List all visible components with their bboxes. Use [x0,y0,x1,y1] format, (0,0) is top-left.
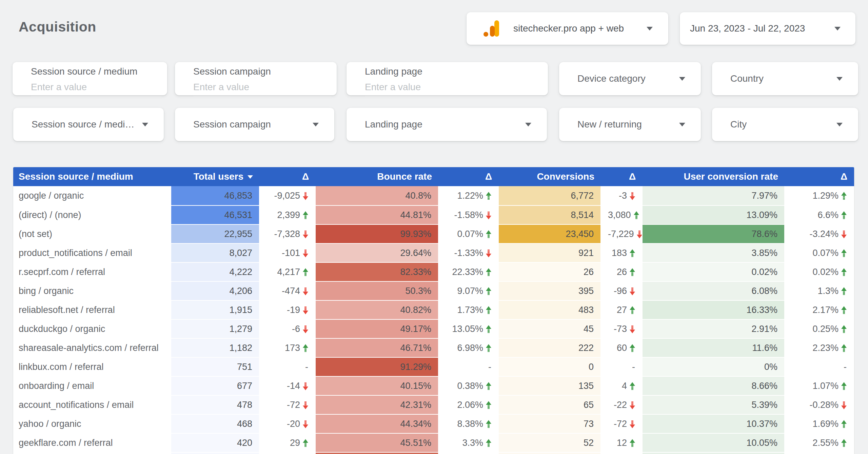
cell-user-conversion-rate: 7.97% [643,186,785,205]
chevron-down-icon [834,27,841,31]
session-campaign-input[interactable] [193,82,331,97]
cell-bounce-rate-delta: 2.06% [439,395,499,414]
cell-conversions: 6,772 [499,186,601,205]
cell-conversions: 65 [499,395,601,414]
landing-page-dropdown[interactable]: Landing page [347,108,547,141]
city-dropdown[interactable]: City [712,108,858,141]
delta-down-icon [303,249,308,258]
dropdown-label: Country [730,73,764,84]
cell-bounce-rate-delta: 3.3% [439,433,499,452]
session-campaign-dropdown[interactable]: Session campaign [175,108,334,141]
cell-user-conversion-rate: 2.91% [643,319,785,338]
date-range-selector[interactable]: Jun 23, 2023 - Jul 22, 2023 [680,12,855,45]
delta-up-icon [486,382,491,391]
header-total-users-delta[interactable]: Δ [260,167,316,186]
cell-bounce-rate-delta: 0.38% [439,376,499,395]
table-row: google / organic46,853-9,02540.8%1.22%6,… [13,186,854,205]
delta-down-icon [630,192,635,200]
cell-total-users-delta: 29 [260,433,316,452]
cell-bounce-rate: 50.3% [316,281,439,300]
delta-up-icon [486,325,491,334]
country-dropdown[interactable]: Country [712,62,858,95]
cell-user-conversion-rate-delta: 1.3% [785,281,854,300]
delta-up-icon [841,192,847,200]
header-session-source-medium[interactable]: Session source / medium [13,167,171,186]
chevron-down-icon [647,27,653,31]
session-source-medium-input[interactable] [31,82,162,97]
cell-conversions-delta: -96 [601,281,643,300]
cell-bounce-rate: 99.93% [316,224,439,243]
cell-bounce-rate: 91.29% [316,357,439,376]
cell-user-conversion-rate: 13.09% [643,205,785,224]
cell-conversions-delta: -3 [601,186,643,205]
header-user-conversion-rate-delta[interactable]: Δ [785,167,854,186]
cell-conversions: 26 [499,262,601,281]
header-conversions[interactable]: Conversions [499,167,601,186]
cell-conversions: 73 [499,414,601,433]
sort-desc-icon [248,175,253,179]
filter-label: Session campaign [193,66,331,77]
header-bounce-rate[interactable]: Bounce rate [316,167,439,186]
delta-up-icon [841,306,847,315]
filter-label: Session source / medium [31,66,162,77]
table-row: bing / organic4,206-47450.3%9.07%395-966… [13,281,854,300]
cell-session-source-medium: yahoo / organic [13,414,171,433]
delta-down-icon [841,230,847,239]
header-bounce-rate-delta[interactable]: Δ [439,167,499,186]
table-row: shareasale-analytics.com / referral1,182… [13,338,854,357]
cell-user-conversion-rate-delta: 0.07% [785,243,854,262]
cell-bounce-rate-delta: 1.73% [439,300,499,319]
cell-user-conversion-rate-delta: 0.25% [785,319,854,338]
table-row: account_notifications / email478-7242.31… [13,395,854,414]
table-row: r.secprf.com / referral4,2224,21782.33%2… [13,262,854,281]
date-range-label: Jun 23, 2023 - Jul 22, 2023 [690,23,805,34]
cell-session-source-medium: onboarding / email [13,376,171,395]
cell-conversions [499,452,601,454]
cell-user-conversion-rate-delta: -0.28% [785,395,854,414]
delta-up-icon [630,249,635,258]
delta-up-icon [841,382,847,391]
cell-session-source-medium: reliablesoft.net / referral [13,300,171,319]
delta-up-icon [841,287,847,296]
cell-user-conversion-rate-delta: 1.29% [785,186,854,205]
cell-session-source-medium [13,452,171,454]
delta-up-icon [630,382,635,391]
cell-total-users-delta: -101 [260,243,316,262]
header-conversions-delta[interactable]: Δ [601,167,643,186]
delta-down-icon [303,401,308,410]
cell-user-conversion-rate [643,452,785,454]
cell-total-users: 478 [171,395,260,414]
device-category-dropdown[interactable]: Device category [559,62,701,95]
delta-up-icon [486,230,491,239]
cell-conversions-delta: - [601,357,643,376]
dropdown-label: New / returning [577,119,642,130]
delta-up-icon [630,439,635,448]
delta-down-icon [303,306,308,315]
header-user-conversion-rate[interactable]: User conversion rate [643,167,785,186]
cell-session-source-medium: r.secprf.com / referral [13,262,171,281]
delta-up-icon [486,268,491,277]
cell-session-source-medium: google / organic [13,186,171,205]
cell-bounce-rate: 82.33% [316,262,439,281]
delta-up-icon [841,344,847,353]
delta-up-icon [841,420,847,429]
cell-total-users: 1,182 [171,338,260,357]
cell-conversions: 45 [499,319,601,338]
cell-user-conversion-rate: 5.39% [643,395,785,414]
account-selector[interactable]: sitechecker.pro app + web [467,12,668,45]
header-total-users[interactable]: Total users [171,167,260,186]
cell-conversions: 52 [499,433,601,452]
cell-bounce-rate-delta: 13.05% [439,319,499,338]
cell-total-users: 468 [171,414,260,433]
cell-conversions-delta: -73 [601,319,643,338]
session-source-medium-dropdown[interactable]: Session source / medi… [13,108,164,141]
acquisition-table: Session source / medium Total users Δ Bo… [13,167,854,454]
cell-bounce-rate: 40.8% [316,186,439,205]
cell-bounce-rate-delta: 0.07% [439,224,499,243]
landing-page-input[interactable] [365,82,542,97]
cell-total-users-delta: -7,328 [260,224,316,243]
new-returning-dropdown[interactable]: New / returning [559,108,701,141]
cell-bounce-rate: 49.17% [316,319,439,338]
delta-up-icon [841,268,847,277]
delta-up-icon [303,211,308,220]
